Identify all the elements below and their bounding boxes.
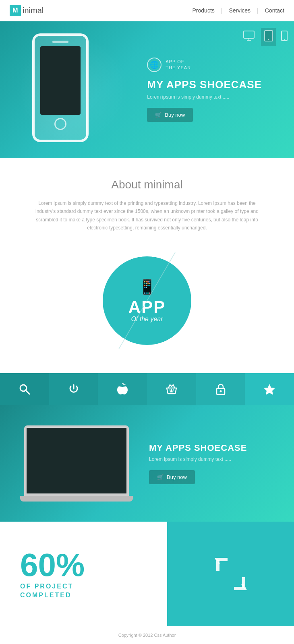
logo-text: inimal: [23, 6, 43, 15]
laptop-screen-inner: [27, 428, 126, 493]
stats-line1: OF PROJECT: [20, 583, 147, 590]
icons-bar: [0, 373, 294, 405]
nav-divider-2: |: [257, 7, 259, 14]
hero-subtitle: Lorem ipsum is simply dummy text .....: [147, 94, 262, 100]
laptop-title: MY APPS SHOECASE: [149, 443, 247, 453]
laptop-wrapper: [24, 425, 133, 502]
hero-title: MY APPS SHOECASE: [147, 78, 262, 91]
svg-line-12: [173, 390, 173, 392]
logo-icon: M: [10, 5, 21, 16]
resize-arrows-icon: [211, 554, 251, 594]
phone-outer: [32, 33, 89, 142]
mobile-icon-nav: [281, 31, 288, 43]
laptop-buy-label: Buy now: [167, 474, 187, 480]
nav-contact[interactable]: Contact: [265, 7, 284, 14]
footer: Copyright © 2012 Css Author: [0, 626, 294, 644]
hero-badge: 🌐 APP OF THE YEAR: [147, 58, 262, 72]
about-text: Lorem Ipsum is simply dummy text of the …: [32, 199, 262, 232]
about-section: About minimal Lorem Ipsum is simply dumm…: [0, 158, 294, 373]
hero-buy-button[interactable]: 🛒 Buy now: [147, 108, 193, 122]
svg-marker-16: [215, 558, 228, 571]
laptop-cart-icon: 🛒: [157, 474, 164, 480]
laptop-screen: [24, 425, 129, 496]
badge-text: APP OF THE YEAR: [166, 59, 191, 71]
diagonal-line-icon: [95, 248, 199, 353]
logo: M inimal: [10, 5, 43, 16]
svg-marker-18: [234, 577, 247, 590]
stats-line2: COMPLETED: [20, 592, 147, 599]
icon-basket[interactable]: [147, 373, 196, 405]
desktop-icon: [243, 31, 256, 43]
about-title: About minimal: [32, 178, 262, 191]
svg-rect-0: [244, 31, 254, 38]
svg-marker-15: [264, 384, 275, 395]
copyright-text: Copyright © 2012 Css Author: [118, 633, 176, 638]
cart-icon: 🛒: [155, 112, 161, 118]
svg-line-9: [26, 390, 29, 394]
laptop-base: [20, 496, 133, 502]
icon-star[interactable]: [245, 373, 294, 405]
svg-line-7: [119, 252, 175, 349]
header: M inimal Products | Services | Contact: [0, 0, 294, 21]
icon-apple[interactable]: [98, 373, 147, 405]
stats-percent: 60%: [20, 549, 147, 581]
nav-divider-1: |: [221, 7, 223, 14]
phone-home-button: [54, 118, 66, 130]
stats-section: 60% OF PROJECT COMPLETED: [0, 522, 294, 626]
icon-lock[interactable]: [196, 373, 245, 405]
stats-left: 60% OF PROJECT COMPLETED: [0, 522, 167, 626]
tablet-icon: [261, 28, 276, 46]
svg-point-4: [268, 39, 269, 40]
nav-products[interactable]: Products: [193, 7, 215, 14]
award-wrapper: 📱 APP Of the year: [95, 248, 199, 353]
phone-speaker: [52, 41, 68, 43]
globe-icon: 🌐: [147, 58, 161, 72]
icon-search[interactable]: [0, 373, 49, 405]
hero-buy-label: Buy now: [165, 112, 185, 118]
laptop-subtitle: Lorem ipsum is simply dummy text .....: [149, 456, 247, 462]
svg-line-10: [170, 390, 170, 392]
nav: Products | Services | Contact: [193, 7, 284, 14]
hero-phone: [32, 33, 97, 142]
laptop-buy-button[interactable]: 🛒 Buy now: [149, 470, 195, 484]
phone-screen: [40, 46, 81, 115]
hero-content: 🌐 APP OF THE YEAR MY APPS SHOECASE Lorem…: [147, 58, 262, 122]
device-icons: [243, 28, 288, 46]
stats-right: [167, 522, 294, 626]
svg-point-6: [284, 39, 285, 40]
laptop-content: MY APPS SHOECASE Lorem ipsum is simply d…: [149, 443, 247, 484]
nav-services[interactable]: Services: [229, 7, 251, 14]
laptop-section: MY APPS SHOECASE Lorem ipsum is simply d…: [0, 405, 294, 522]
icon-power[interactable]: [49, 373, 98, 405]
hero-section: 🌐 APP OF THE YEAR MY APPS SHOECASE Lorem…: [0, 21, 294, 158]
svg-point-14: [219, 390, 222, 392]
